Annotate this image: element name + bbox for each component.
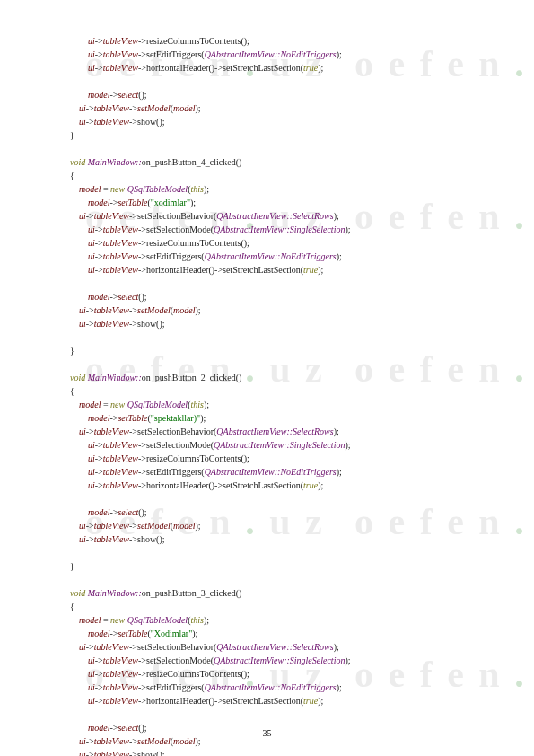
code-line: ui->tableView->horizontalHeader()->setSt…: [70, 479, 492, 492]
code-line: [70, 573, 492, 586]
code-line: ui->tableView->horizontalHeader()->setSt…: [70, 61, 492, 75]
code-line: ui->tableView->horizontalHeader()->setSt…: [70, 263, 492, 277]
code-line: ui->tableView->horizontalHeader()->setSt…: [70, 694, 492, 708]
code-line: model->setTable("spektakllar)");: [70, 411, 492, 425]
code-line: ui->tableView->show();: [70, 532, 492, 546]
code-line: ui->tableView->setEditTriggers(QAbstract…: [70, 681, 492, 694]
code-line: ui->tableView->setModel(model);: [70, 519, 492, 532]
code-line: void MainWindow::on_pushButton_3_clicked…: [70, 586, 492, 600]
code-block: ui->tableView->resizeColumnsToContents()…: [70, 34, 492, 756]
code-line: ui->tableView->setEditTriggers(QAbstract…: [70, 250, 492, 263]
code-line: ui->tableView->show();: [70, 748, 492, 756]
code-line: [70, 708, 492, 721]
code-line: ui->tableView->setSelectionBehavior(QAbs…: [70, 209, 492, 223]
code-line: [70, 75, 492, 88]
code-line: ui->tableView->resizeColumnsToContents()…: [70, 34, 492, 48]
code-line: ui->tableView->setSelectionBehavior(QAbs…: [70, 640, 492, 654]
code-line: ui->tableView->setSelectionMode(QAbstrac…: [70, 654, 492, 667]
code-line: {: [70, 384, 492, 398]
code-line: [70, 492, 492, 505]
code-line: ui->tableView->resizeColumnsToContents()…: [70, 667, 492, 681]
code-line: ui->tableView->setModel(model);: [70, 303, 492, 317]
code-line: ui->tableView->resizeColumnsToContents()…: [70, 452, 492, 465]
code-line: ui->tableView->setModel(model);: [70, 101, 492, 115]
code-line: ui->tableView->setSelectionBehavior(QAbs…: [70, 425, 492, 438]
code-line: model->select();: [70, 505, 492, 519]
code-line: model->select();: [70, 88, 492, 101]
code-line: [70, 142, 492, 155]
code-line: ui->tableView->setSelectionMode(QAbstrac…: [70, 438, 492, 452]
code-line: {: [70, 600, 492, 613]
code-line: model->setTable("xodimlar");: [70, 196, 492, 209]
code-line: }: [70, 559, 492, 573]
code-line: model->setTable("Xodimlar");: [70, 627, 492, 640]
code-line: void MainWindow::on_pushButton_4_clicked…: [70, 155, 492, 169]
code-line: ui->tableView->show();: [70, 317, 492, 330]
code-line: [70, 330, 492, 344]
code-line: model = new QSqlTableModel(this);: [70, 182, 492, 196]
code-line: void MainWindow::on_pushButton_2_clicked…: [70, 371, 492, 384]
code-line: ui->tableView->show();: [70, 115, 492, 128]
code-line: model->select();: [70, 290, 492, 303]
code-line: ui->tableView->setSelectionMode(QAbstrac…: [70, 223, 492, 236]
code-line: }: [70, 128, 492, 142]
code-line: model = new QSqlTableModel(this);: [70, 613, 492, 627]
code-line: }: [70, 344, 492, 357]
code-line: ui->tableView->setEditTriggers(QAbstract…: [70, 465, 492, 479]
code-line: ui->tableView->resizeColumnsToContents()…: [70, 236, 492, 250]
code-line: model = new QSqlTableModel(this);: [70, 398, 492, 411]
code-line: [70, 546, 492, 559]
code-line: ui->tableView->setEditTriggers(QAbstract…: [70, 48, 492, 61]
page-number: 35: [0, 726, 534, 740]
code-line: {: [70, 169, 492, 182]
code-line: [70, 277, 492, 290]
code-line: [70, 357, 492, 371]
